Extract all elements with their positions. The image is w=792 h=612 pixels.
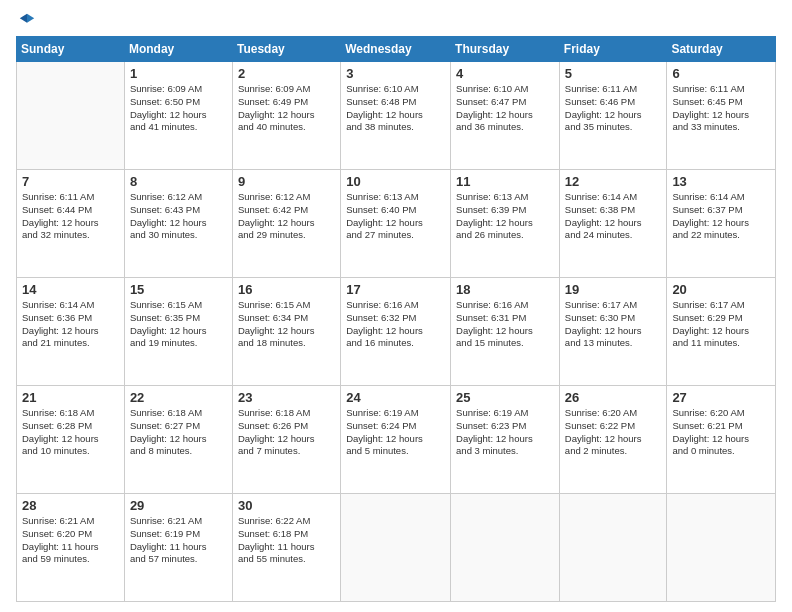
calendar-cell: 5Sunrise: 6:11 AM Sunset: 6:46 PM Daylig… xyxy=(559,62,667,170)
calendar-week-row: 21Sunrise: 6:18 AM Sunset: 6:28 PM Dayli… xyxy=(17,386,776,494)
calendar-cell xyxy=(667,494,776,602)
day-info: Sunrise: 6:16 AM Sunset: 6:31 PM Dayligh… xyxy=(456,299,554,350)
day-number: 22 xyxy=(130,390,227,405)
day-info: Sunrise: 6:22 AM Sunset: 6:18 PM Dayligh… xyxy=(238,515,335,566)
calendar-table: SundayMondayTuesdayWednesdayThursdayFrid… xyxy=(16,36,776,602)
logo-flag-icon xyxy=(18,12,36,30)
calendar-cell: 1Sunrise: 6:09 AM Sunset: 6:50 PM Daylig… xyxy=(124,62,232,170)
day-number: 6 xyxy=(672,66,770,81)
day-number: 23 xyxy=(238,390,335,405)
day-info: Sunrise: 6:13 AM Sunset: 6:39 PM Dayligh… xyxy=(456,191,554,242)
header xyxy=(16,12,776,28)
day-info: Sunrise: 6:14 AM Sunset: 6:37 PM Dayligh… xyxy=(672,191,770,242)
calendar-weekday-friday: Friday xyxy=(559,37,667,62)
calendar-cell: 14Sunrise: 6:14 AM Sunset: 6:36 PM Dayli… xyxy=(17,278,125,386)
svg-marker-1 xyxy=(20,14,27,23)
calendar-cell xyxy=(17,62,125,170)
day-number: 10 xyxy=(346,174,445,189)
day-info: Sunrise: 6:10 AM Sunset: 6:47 PM Dayligh… xyxy=(456,83,554,134)
day-info: Sunrise: 6:18 AM Sunset: 6:28 PM Dayligh… xyxy=(22,407,119,458)
day-info: Sunrise: 6:15 AM Sunset: 6:34 PM Dayligh… xyxy=(238,299,335,350)
day-info: Sunrise: 6:09 AM Sunset: 6:50 PM Dayligh… xyxy=(130,83,227,134)
calendar-cell: 13Sunrise: 6:14 AM Sunset: 6:37 PM Dayli… xyxy=(667,170,776,278)
day-number: 8 xyxy=(130,174,227,189)
day-number: 30 xyxy=(238,498,335,513)
day-info: Sunrise: 6:21 AM Sunset: 6:19 PM Dayligh… xyxy=(130,515,227,566)
calendar-cell: 4Sunrise: 6:10 AM Sunset: 6:47 PM Daylig… xyxy=(451,62,560,170)
calendar-weekday-sunday: Sunday xyxy=(17,37,125,62)
logo xyxy=(16,12,36,28)
calendar-cell: 28Sunrise: 6:21 AM Sunset: 6:20 PM Dayli… xyxy=(17,494,125,602)
calendar-cell: 18Sunrise: 6:16 AM Sunset: 6:31 PM Dayli… xyxy=(451,278,560,386)
calendar-weekday-wednesday: Wednesday xyxy=(341,37,451,62)
day-number: 4 xyxy=(456,66,554,81)
calendar-weekday-monday: Monday xyxy=(124,37,232,62)
day-number: 25 xyxy=(456,390,554,405)
day-number: 16 xyxy=(238,282,335,297)
calendar-cell: 8Sunrise: 6:12 AM Sunset: 6:43 PM Daylig… xyxy=(124,170,232,278)
day-info: Sunrise: 6:12 AM Sunset: 6:42 PM Dayligh… xyxy=(238,191,335,242)
day-info: Sunrise: 6:11 AM Sunset: 6:45 PM Dayligh… xyxy=(672,83,770,134)
day-number: 14 xyxy=(22,282,119,297)
day-number: 11 xyxy=(456,174,554,189)
calendar-cell: 30Sunrise: 6:22 AM Sunset: 6:18 PM Dayli… xyxy=(232,494,340,602)
day-number: 3 xyxy=(346,66,445,81)
day-info: Sunrise: 6:11 AM Sunset: 6:46 PM Dayligh… xyxy=(565,83,662,134)
calendar-cell: 21Sunrise: 6:18 AM Sunset: 6:28 PM Dayli… xyxy=(17,386,125,494)
day-number: 26 xyxy=(565,390,662,405)
day-number: 19 xyxy=(565,282,662,297)
day-info: Sunrise: 6:18 AM Sunset: 6:27 PM Dayligh… xyxy=(130,407,227,458)
day-number: 24 xyxy=(346,390,445,405)
day-info: Sunrise: 6:09 AM Sunset: 6:49 PM Dayligh… xyxy=(238,83,335,134)
calendar-cell: 3Sunrise: 6:10 AM Sunset: 6:48 PM Daylig… xyxy=(341,62,451,170)
day-number: 13 xyxy=(672,174,770,189)
calendar-cell: 9Sunrise: 6:12 AM Sunset: 6:42 PM Daylig… xyxy=(232,170,340,278)
day-info: Sunrise: 6:17 AM Sunset: 6:29 PM Dayligh… xyxy=(672,299,770,350)
day-info: Sunrise: 6:21 AM Sunset: 6:20 PM Dayligh… xyxy=(22,515,119,566)
day-number: 21 xyxy=(22,390,119,405)
day-info: Sunrise: 6:19 AM Sunset: 6:24 PM Dayligh… xyxy=(346,407,445,458)
day-info: Sunrise: 6:11 AM Sunset: 6:44 PM Dayligh… xyxy=(22,191,119,242)
day-number: 18 xyxy=(456,282,554,297)
calendar-cell: 29Sunrise: 6:21 AM Sunset: 6:19 PM Dayli… xyxy=(124,494,232,602)
day-info: Sunrise: 6:15 AM Sunset: 6:35 PM Dayligh… xyxy=(130,299,227,350)
calendar-cell: 25Sunrise: 6:19 AM Sunset: 6:23 PM Dayli… xyxy=(451,386,560,494)
calendar-cell: 2Sunrise: 6:09 AM Sunset: 6:49 PM Daylig… xyxy=(232,62,340,170)
calendar-week-row: 7Sunrise: 6:11 AM Sunset: 6:44 PM Daylig… xyxy=(17,170,776,278)
day-info: Sunrise: 6:20 AM Sunset: 6:21 PM Dayligh… xyxy=(672,407,770,458)
calendar-cell: 12Sunrise: 6:14 AM Sunset: 6:38 PM Dayli… xyxy=(559,170,667,278)
day-info: Sunrise: 6:10 AM Sunset: 6:48 PM Dayligh… xyxy=(346,83,445,134)
calendar-week-row: 14Sunrise: 6:14 AM Sunset: 6:36 PM Dayli… xyxy=(17,278,776,386)
day-number: 7 xyxy=(22,174,119,189)
day-info: Sunrise: 6:16 AM Sunset: 6:32 PM Dayligh… xyxy=(346,299,445,350)
day-info: Sunrise: 6:12 AM Sunset: 6:43 PM Dayligh… xyxy=(130,191,227,242)
calendar-cell: 19Sunrise: 6:17 AM Sunset: 6:30 PM Dayli… xyxy=(559,278,667,386)
calendar-cell: 24Sunrise: 6:19 AM Sunset: 6:24 PM Dayli… xyxy=(341,386,451,494)
calendar-header-row: SundayMondayTuesdayWednesdayThursdayFrid… xyxy=(17,37,776,62)
day-number: 29 xyxy=(130,498,227,513)
svg-marker-0 xyxy=(27,14,34,23)
calendar-cell: 20Sunrise: 6:17 AM Sunset: 6:29 PM Dayli… xyxy=(667,278,776,386)
calendar-cell: 17Sunrise: 6:16 AM Sunset: 6:32 PM Dayli… xyxy=(341,278,451,386)
day-info: Sunrise: 6:14 AM Sunset: 6:38 PM Dayligh… xyxy=(565,191,662,242)
day-number: 5 xyxy=(565,66,662,81)
day-number: 17 xyxy=(346,282,445,297)
calendar-cell: 23Sunrise: 6:18 AM Sunset: 6:26 PM Dayli… xyxy=(232,386,340,494)
calendar-cell: 27Sunrise: 6:20 AM Sunset: 6:21 PM Dayli… xyxy=(667,386,776,494)
day-info: Sunrise: 6:17 AM Sunset: 6:30 PM Dayligh… xyxy=(565,299,662,350)
day-info: Sunrise: 6:18 AM Sunset: 6:26 PM Dayligh… xyxy=(238,407,335,458)
calendar-cell: 22Sunrise: 6:18 AM Sunset: 6:27 PM Dayli… xyxy=(124,386,232,494)
calendar-weekday-thursday: Thursday xyxy=(451,37,560,62)
calendar-cell xyxy=(559,494,667,602)
calendar-weekday-tuesday: Tuesday xyxy=(232,37,340,62)
day-number: 27 xyxy=(672,390,770,405)
calendar-cell: 7Sunrise: 6:11 AM Sunset: 6:44 PM Daylig… xyxy=(17,170,125,278)
day-number: 9 xyxy=(238,174,335,189)
day-number: 2 xyxy=(238,66,335,81)
day-info: Sunrise: 6:13 AM Sunset: 6:40 PM Dayligh… xyxy=(346,191,445,242)
calendar-cell: 10Sunrise: 6:13 AM Sunset: 6:40 PM Dayli… xyxy=(341,170,451,278)
calendar-cell: 15Sunrise: 6:15 AM Sunset: 6:35 PM Dayli… xyxy=(124,278,232,386)
calendar-weekday-saturday: Saturday xyxy=(667,37,776,62)
day-number: 1 xyxy=(130,66,227,81)
day-info: Sunrise: 6:14 AM Sunset: 6:36 PM Dayligh… xyxy=(22,299,119,350)
